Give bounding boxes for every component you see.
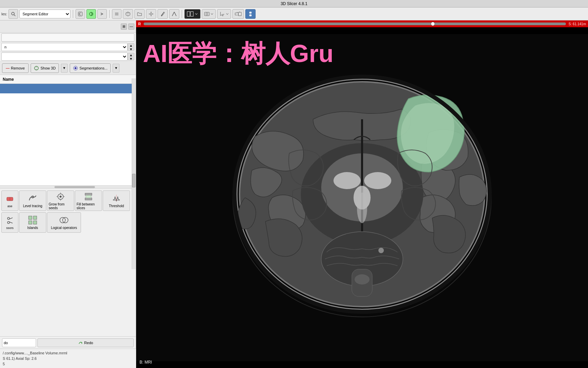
python-button[interactable] [245, 9, 256, 19]
remove-button[interactable]: — Remove [2, 63, 29, 73]
erase-icon [5, 194, 15, 203]
dropdown-arrow-1[interactable]: ▲▼ [128, 43, 134, 51]
segmentations-dropdown[interactable]: ▼ [113, 64, 119, 73]
segment-input-text[interactable] [1, 33, 134, 42]
app-title: 3D Slicer 4.8.1 [281, 1, 308, 6]
dropdown-icon [195, 12, 198, 16]
extensions-button[interactable] [232, 9, 244, 19]
erase-tool-button[interactable]: ase [1, 190, 18, 211]
show-3d-label: Show 3D [40, 66, 56, 70]
brain-canvas: AI医学：树人Gru [136, 27, 588, 368]
cursor-icon [219, 11, 225, 17]
svg-line-21 [174, 12, 176, 16]
module-label: les: [1, 12, 7, 16]
open-icon [137, 11, 142, 17]
logical-operators-label: Logical operators [51, 226, 77, 230]
markups-button[interactable] [169, 9, 179, 19]
viewport-label: R [138, 22, 141, 26]
svg-line-1 [14, 15, 15, 16]
level-tracing-icon [28, 194, 37, 203]
svg-rect-27 [239, 12, 241, 16]
cube-button[interactable] [123, 9, 133, 19]
separator3 [182, 10, 182, 18]
open-button[interactable] [134, 9, 145, 19]
view-layout-button[interactable] [184, 9, 200, 19]
module-selector[interactable]: Segment Editor [19, 10, 70, 18]
extensions-icon [235, 11, 242, 17]
scrollbar-thumb[interactable] [132, 174, 135, 187]
brush-button[interactable] [158, 9, 168, 19]
scissors-icon [5, 216, 15, 225]
viewport-slider[interactable] [144, 22, 566, 25]
viewport-coords: S: 61.141m [569, 22, 586, 26]
search-button[interactable] [9, 9, 18, 19]
file-path: /.config/www...._Baseline Volume.mrml [3, 351, 133, 355]
brain-scan-image [136, 27, 588, 368]
back-button[interactable] [76, 9, 85, 19]
dropdown-arrow-2[interactable]: ▲▼ [128, 53, 134, 60]
search-icon [11, 12, 16, 16]
svg-point-73 [355, 274, 370, 285]
threshold-icon [112, 194, 121, 203]
islands-button[interactable]: Islands [19, 212, 46, 233]
fill-between-slices-icon [84, 192, 93, 201]
show-3d-icon [34, 65, 39, 71]
name-column-header: Name [0, 75, 136, 84]
markups-icon [172, 11, 177, 17]
grow-from-seeds-icon [56, 192, 65, 201]
cube-icon [125, 11, 131, 17]
segmentations-label: Segmentations... [80, 66, 108, 70]
view-layout-icon [187, 11, 194, 17]
empty-segment-area [0, 93, 136, 162]
tools-row-1: ase Level tracing [1, 190, 134, 211]
screenshot-button[interactable] [202, 9, 216, 19]
panel-minimize-btn[interactable]: — [128, 24, 134, 30]
svg-point-13 [150, 13, 152, 15]
show-3d-button[interactable]: Show 3D [31, 63, 59, 73]
remove-icon: — [6, 66, 10, 70]
fill-between-slices-label: Fill between slices [77, 202, 100, 210]
svg-rect-52 [29, 216, 32, 219]
grow-from-seeds-button[interactable]: Grow from seeds [47, 190, 74, 211]
undo-input[interactable] [2, 338, 36, 347]
segmentations-button[interactable]: Segmentations... [70, 63, 111, 73]
svg-rect-23 [191, 12, 193, 16]
show-3d-bar: — Remove Show 3D ▼ Segmentations... ▼ [0, 61, 136, 75]
green-arrow-button[interactable] [86, 9, 96, 19]
erase-label: ase [7, 204, 13, 208]
segment-row-1[interactable] [0, 84, 136, 93]
left-panel-scrollbar[interactable] [132, 78, 136, 269]
logical-operators-icon [59, 215, 69, 225]
list-button[interactable] [112, 9, 121, 19]
slider-thumb[interactable] [431, 22, 435, 26]
show-3d-dropdown[interactable]: ▼ [61, 64, 68, 73]
h-scroll-thumb[interactable] [54, 186, 95, 188]
tools-row-2: ssors Islands [1, 212, 134, 233]
forward-button[interactable] [97, 9, 107, 19]
svg-line-20 [172, 12, 174, 16]
svg-point-25 [206, 13, 208, 15]
threshold-button[interactable]: Threshold [103, 190, 130, 211]
segment-select-2[interactable] [1, 52, 128, 61]
panel-expand-btn[interactable]: ⊞ [121, 24, 127, 30]
toolbar: les: Segment Editor [0, 7, 588, 20]
redo-label: Redo [84, 341, 93, 345]
pencil-icon [160, 11, 165, 17]
crosshairs-button[interactable] [146, 9, 156, 19]
level-tracing-button[interactable]: Level tracing [19, 190, 46, 211]
undo-redo-bar: Redo [0, 336, 136, 349]
tools-spacer [0, 235, 136, 336]
fill-between-slices-button[interactable]: Fill between slices [75, 190, 102, 211]
back-icon [78, 12, 83, 16]
svg-rect-54 [29, 221, 32, 224]
svg-rect-43 [85, 193, 92, 195]
logical-operators-button[interactable]: Logical operators [47, 212, 81, 233]
separator2 [109, 10, 110, 18]
redo-button[interactable]: Redo [37, 338, 134, 347]
horizontal-scrollbar[interactable] [0, 185, 136, 188]
cursor-button[interactable] [217, 9, 231, 19]
segment-select-1[interactable]: n [1, 43, 128, 51]
scissors-tool-button[interactable]: ssors [1, 212, 18, 233]
svg-rect-26 [235, 13, 239, 15]
input-row-empty: ▲▼ [0, 52, 136, 61]
